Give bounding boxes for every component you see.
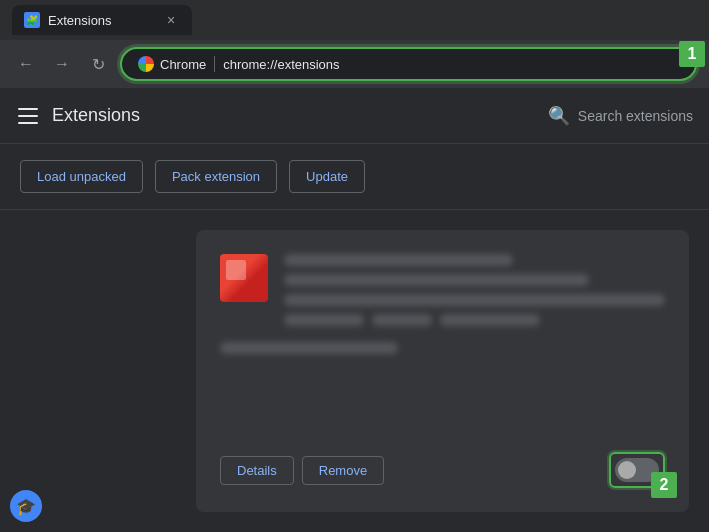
appuals-icon: 🎓 xyxy=(10,490,42,522)
content-area: Details Remove 2 xyxy=(0,210,709,532)
meta-pill-3 xyxy=(440,314,540,326)
hamburger-menu-button[interactable] xyxy=(16,104,40,128)
appuals-logo: 🎓 xyxy=(10,490,42,522)
extensions-header: Extensions 🔍 Search extensions xyxy=(0,88,709,144)
sidebar xyxy=(20,230,180,512)
address-bar-wrapper: Chrome chrome://extensions 1 xyxy=(120,47,697,81)
address-divider xyxy=(214,56,215,72)
extension-name-blur xyxy=(284,254,513,266)
forward-button[interactable]: → xyxy=(48,50,76,78)
tab-title: Extensions xyxy=(48,13,154,28)
back-button[interactable]: ← xyxy=(12,50,40,78)
extension-desc-blur-2 xyxy=(284,294,665,306)
url-text: chrome://extensions xyxy=(223,57,339,72)
remove-button[interactable]: Remove xyxy=(302,456,384,485)
search-icon: 🔍 xyxy=(548,105,570,127)
browser-tab[interactable]: 🧩 Extensions × xyxy=(12,5,192,35)
navigation-bar: ← → ↻ Chrome chrome://extensions 1 xyxy=(0,40,709,88)
extension-card: Details Remove 2 xyxy=(196,230,689,512)
step-1-annotation: 1 xyxy=(679,41,705,67)
search-area[interactable]: 🔍 Search extensions xyxy=(548,105,693,127)
address-bar[interactable]: Chrome chrome://extensions xyxy=(120,47,697,81)
load-unpacked-button[interactable]: Load unpacked xyxy=(20,160,143,193)
meta-pill-1 xyxy=(284,314,364,326)
card-top xyxy=(220,254,665,326)
chrome-label: Chrome xyxy=(160,57,206,72)
page-title: Extensions xyxy=(52,105,548,126)
extensions-page: Extensions 🔍 Search extensions Load unpa… xyxy=(0,88,709,532)
title-bar: 🧩 Extensions × xyxy=(0,0,709,40)
extension-desc-blur-1 xyxy=(284,274,589,286)
search-placeholder-text: Search extensions xyxy=(578,108,693,124)
extra-blur-1 xyxy=(220,342,398,354)
tab-favicon: 🧩 xyxy=(24,12,40,28)
toggle-container: 2 xyxy=(609,452,665,488)
toolbar: Load unpacked Pack extension Update xyxy=(0,144,709,210)
browser-frame: 🧩 Extensions × ← → ↻ Chrome chrome://ext… xyxy=(0,0,709,532)
pack-extension-button[interactable]: Pack extension xyxy=(155,160,277,193)
hamburger-line-1 xyxy=(18,108,38,110)
chrome-indicator: Chrome xyxy=(138,56,206,72)
extra-info-blur xyxy=(220,342,665,354)
hamburger-line-3 xyxy=(18,122,38,124)
card-actions: Details Remove xyxy=(220,456,384,485)
step-2-annotation: 2 xyxy=(651,472,677,498)
hamburger-line-2 xyxy=(18,115,38,117)
toggle-thumb xyxy=(618,461,636,479)
card-info xyxy=(284,254,665,326)
reload-button[interactable]: ↻ xyxy=(84,50,112,78)
extension-meta-blur xyxy=(284,314,665,326)
details-button[interactable]: Details xyxy=(220,456,294,485)
meta-pill-2 xyxy=(372,314,432,326)
chrome-logo-icon xyxy=(138,56,154,72)
tab-close-button[interactable]: × xyxy=(162,11,180,29)
extension-icon xyxy=(220,254,268,302)
update-button[interactable]: Update xyxy=(289,160,365,193)
card-footer: Details Remove 2 xyxy=(220,452,665,488)
